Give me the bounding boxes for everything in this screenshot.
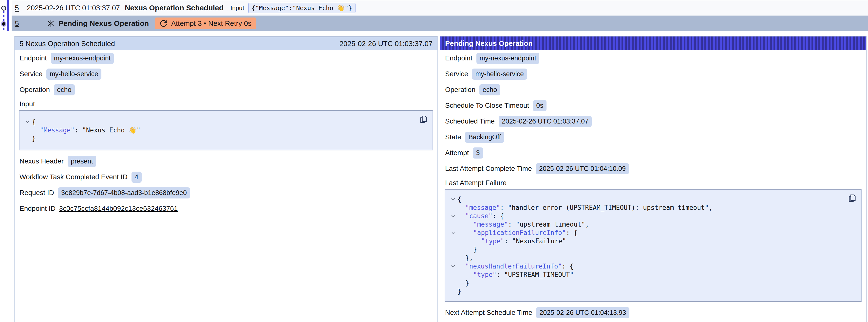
- field-value-badge: 2025-02-26 UTC 01:04:13.93: [536, 307, 629, 318]
- pending-panel-title: Pending Nexus Operation: [445, 39, 533, 47]
- event-input-value-badge[interactable]: {"Message":"Nexus Echo 👋"}: [248, 3, 355, 13]
- timeline-node-pending-icon[interactable]: [1, 21, 6, 27]
- event-detail-panel: 5 Nexus Operation Scheduled 2025-02-26 U…: [14, 36, 438, 322]
- field-value-badge: present: [68, 156, 96, 167]
- field-value-badge: 4: [131, 171, 142, 183]
- json-line: }: [448, 279, 844, 287]
- retry-icon: [160, 20, 167, 27]
- json-line: }: [448, 287, 844, 296]
- failure-section-label: Last Attempt Failure: [440, 176, 866, 189]
- copy-icon: [420, 115, 428, 124]
- json-line: "type": "NexusFailure": [448, 237, 844, 245]
- pending-id-link[interactable]: 5: [15, 19, 19, 28]
- event-detail-timestamp: 2025-02-26 UTC 01:03:37.07: [340, 40, 433, 48]
- chevron-down-icon[interactable]: [448, 198, 458, 201]
- copy-button[interactable]: [419, 115, 428, 124]
- field-label: Service: [445, 70, 468, 78]
- field-endpoint-id: Endpoint ID 3c0c75ccfa8144b092c13ce63246…: [14, 201, 437, 217]
- json-line: {: [23, 118, 415, 126]
- field-label: Nexus Header: [20, 157, 64, 165]
- field-label: Operation: [20, 86, 50, 94]
- field-value-badge: my-hello-service: [472, 68, 527, 79]
- field-label: Service: [20, 70, 42, 78]
- field-label: State: [445, 133, 461, 141]
- field-label: Endpoint: [445, 54, 472, 62]
- field-label: Workflow Task Completed Event ID: [20, 173, 128, 181]
- field-service: Service my-hello-service: [440, 66, 866, 82]
- event-detail-header: 5 Nexus Operation Scheduled 2025-02-26 U…: [14, 36, 437, 50]
- field-value-badge: 3: [473, 148, 483, 159]
- field-value-badge: 0s: [533, 100, 547, 111]
- event-id-link[interactable]: 5: [15, 4, 19, 12]
- json-line: }: [448, 245, 844, 254]
- field-value-badge: my-nexus-endpoint: [476, 53, 539, 64]
- json-line: "type": "UPSTREAM_TIMEOUT": [448, 270, 844, 279]
- chevron-down-icon[interactable]: [448, 215, 458, 218]
- json-line: "message": "upstream timeout",: [448, 220, 844, 229]
- json-line: },: [448, 254, 844, 262]
- field-label: Scheduled Time: [445, 117, 495, 125]
- json-line: "applicationFailureInfo": {: [448, 229, 844, 237]
- copy-button[interactable]: [848, 194, 857, 203]
- field-attempt: Attempt 3: [440, 145, 866, 161]
- detail-panels: 5 Nexus Operation Scheduled 2025-02-26 U…: [14, 36, 867, 322]
- json-line: }: [23, 134, 415, 143]
- failure-json-block: { "message": "handler error (UPSTREAM_TI…: [444, 189, 862, 302]
- event-input-label: Input: [230, 4, 244, 11]
- json-line: "cause": {: [448, 212, 844, 220]
- json-line: {: [448, 195, 844, 203]
- event-timestamp: 2025-02-26 UTC 01:03:37.07: [27, 4, 120, 12]
- field-operation: Operation echo: [14, 82, 437, 98]
- json-line: "nexusHandlerFailureInfo": {: [448, 262, 844, 270]
- field-state: State BackingOff: [440, 129, 866, 145]
- chevron-down-icon[interactable]: [23, 120, 32, 123]
- field-value-badge: my-hello-service: [46, 68, 101, 79]
- field-value-badge: echo: [54, 84, 75, 95]
- field-endpoint: Endpoint my-nexus-endpoint: [14, 50, 437, 66]
- input-section-label: Input: [14, 98, 437, 110]
- field-operation: Operation echo: [440, 82, 866, 98]
- field-label: Operation: [445, 86, 475, 94]
- event-summary-row[interactable]: 5 2025-02-26 UTC 01:03:37.07 Nexus Opera…: [11, 0, 868, 15]
- event-detail-title: 5 Nexus Operation Scheduled: [20, 40, 115, 48]
- field-last-attempt-complete-time: Last Attempt Complete Time 2025-02-26 UT…: [440, 161, 866, 176]
- chevron-down-icon[interactable]: [448, 231, 458, 234]
- field-value-badge: my-nexus-endpoint: [51, 53, 114, 64]
- field-label: Next Attempt Schedule Time: [445, 309, 532, 317]
- field-label: Attempt: [445, 149, 469, 157]
- chevron-down-icon[interactable]: [448, 265, 458, 268]
- json-line: "message": "handler error (UPSTREAM_TIME…: [448, 203, 844, 212]
- pending-operation-panel: Pending Nexus Operation Endpoint my-nexu…: [440, 36, 867, 322]
- field-label: Request ID: [20, 189, 54, 197]
- field-value-badge: 2025-02-26 UTC 01:03:37.07: [499, 116, 592, 127]
- json-line: "Message": "Nexus Echo 👋": [23, 126, 415, 134]
- copy-icon: [848, 194, 857, 203]
- field-value-badge: echo: [479, 84, 500, 95]
- asterisk-icon: [46, 19, 55, 28]
- field-value-badge: 2025-02-26 UTC 01:04:10.09: [536, 163, 629, 174]
- field-label: Endpoint ID: [20, 205, 56, 213]
- pending-summary-row[interactable]: 5 Pending Nexus Operation Attempt 3 • Ne…: [11, 15, 868, 31]
- field-endpoint: Endpoint my-nexus-endpoint: [440, 50, 866, 66]
- field-workflow-task-completed-event-id: Workflow Task Completed Event ID 4: [14, 169, 437, 185]
- pending-panel-header: Pending Nexus Operation: [440, 36, 866, 50]
- field-nexus-header: Nexus Header present: [14, 153, 437, 169]
- field-label: Endpoint: [20, 54, 47, 62]
- field-next-attempt-schedule-time: Next Attempt Schedule Time 2025-02-26 UT…: [440, 305, 866, 321]
- timeline-node-event-icon[interactable]: [1, 6, 6, 10]
- endpoint-id-link[interactable]: 3c0c75ccfa8144b092c13ce632463761: [59, 205, 178, 213]
- field-label: Last Attempt Complete Time: [445, 165, 532, 172]
- timeline-selected-bar: [7, 0, 9, 31]
- field-request-id: Request ID 3e829b7e-7d67-4b08-aad3-b1e86…: [14, 185, 437, 201]
- field-value-badge: BackingOff: [465, 132, 504, 143]
- input-json-block: { "Message": "Nexus Echo 👋" }: [19, 110, 433, 151]
- field-service: Service my-hello-service: [14, 66, 437, 82]
- field-scheduled-time: Scheduled Time 2025-02-26 UTC 01:03:37.0…: [440, 114, 866, 129]
- retry-badge[interactable]: Attempt 3 • Next Retry 0s: [155, 18, 256, 29]
- retry-badge-label: Attempt 3 • Next Retry 0s: [171, 20, 251, 28]
- pending-title: Pending Nexus Operation: [59, 19, 149, 28]
- field-label: Schedule To Close Timeout: [445, 102, 529, 109]
- event-title: Nexus Operation Scheduled: [125, 4, 223, 12]
- field-value-badge: 3e829b7e-7d67-4b08-aad3-b1e868bfe9e0: [58, 187, 190, 198]
- field-schedule-to-close-timeout: Schedule To Close Timeout 0s: [440, 98, 866, 114]
